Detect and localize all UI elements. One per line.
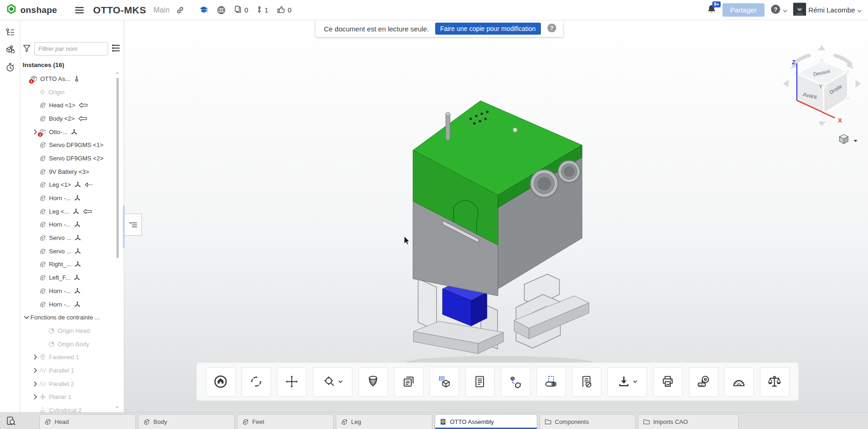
tree-item-9v-battery-3[interactable]: 9V Battery <3> [20,165,124,178]
mate-icon [74,234,81,241]
link-icon[interactable] [176,6,184,14]
assembly-display-button[interactable] [430,367,459,397]
workspace-name[interactable]: Main [153,6,170,14]
pan-button[interactable] [277,367,307,397]
tree-item-otto-as[interactable]: OTTO As... [20,72,124,86]
tab-body[interactable]: Body [138,414,235,429]
tree-item-leg[interactable]: Leg <... [20,205,124,218]
3d-viewport[interactable]: Dessus Avant Droite Y Z X [124,20,868,413]
chevron-right-icon[interactable] [31,354,39,360]
help-menu[interactable]: ? [771,4,787,16]
notifications-button[interactable]: 9+ [707,4,716,16]
tab-leg[interactable]: Leg [336,414,432,429]
chevron-right-icon[interactable] [31,394,39,400]
filter-icon[interactable] [23,44,31,54]
section-view-button[interactable] [536,367,566,397]
onshape-logo[interactable]: onshape [6,3,57,17]
measure-button[interactable] [689,367,718,397]
read-only-notice: Ce document est en lecture seule. Faire … [316,20,563,37]
tree-item-left-f[interactable]: Left_F... [20,271,124,284]
tree-item-body-2[interactable]: Body <2> [20,112,124,125]
part-icon [39,208,46,215]
print-button[interactable] [653,367,683,397]
configurations-button[interactable] [0,41,20,59]
tab-otto-assembly[interactable]: OTTO Assembly [435,414,537,429]
orbit-button[interactable] [242,367,271,397]
export-part-button[interactable] [501,367,530,397]
view-cube[interactable]: Dessus Avant Droite Y Z X [779,43,865,129]
chevron-down-icon [857,6,862,14]
filter-input[interactable] [34,42,108,55]
tree-item-fastened-1[interactable]: Fastened 1 [20,350,124,364]
view-mode-button[interactable] [838,133,858,147]
likes-counter[interactable]: 0 [277,6,291,15]
public-document-icon[interactable] [217,6,225,14]
search-tabs-button[interactable] [6,416,16,426]
learning-center-button[interactable] [199,6,208,14]
mate-icon [74,248,81,255]
view-home-button[interactable] [206,367,236,397]
mass-properties-button[interactable] [760,367,789,397]
chevron-down-icon [853,136,858,144]
tree-item-otto[interactable]: Otto-... [20,125,124,139]
tree-item-right[interactable]: Right_... [20,258,124,271]
named-views-button[interactable] [394,367,424,397]
make-copy-button[interactable]: Faire une copie pour modification [435,23,541,35]
zoom-button[interactable] [313,367,352,397]
tab-feet[interactable]: Feet [237,414,334,429]
tree-item-servo-df9gms-1[interactable]: Servo DF9GMS <1> [20,138,124,152]
protractor-button[interactable] [724,367,754,397]
scroll-down-icon[interactable]: ⌄ [115,403,119,409]
chevron-down-icon[interactable] [338,380,343,383]
tree-item-label: Origin [49,89,65,96]
download-button[interactable] [607,367,647,397]
tree-item-servo[interactable]: Servo ... [20,245,124,258]
help-icon[interactable]: ? [547,23,557,35]
copies-counter[interactable]: 0 [234,6,248,15]
tree-item-label: Origin Head [58,327,90,334]
tree-item-horn[interactable]: Horn -... [20,284,124,298]
tree-item-origin-body[interactable]: Origin Body [20,337,124,351]
part-icon [39,234,46,241]
chevron-down-icon[interactable] [23,314,30,320]
hide-mates-button[interactable] [572,367,601,397]
user-menu[interactable]: Rémi Lacombe [793,3,862,18]
arrow-left-icon [79,102,88,108]
tab-imports-cao[interactable]: Imports CAO [638,414,739,429]
tree-item-cylindrical-2[interactable]: Cylindrical 2 [20,404,124,413]
scroll-up-icon[interactable]: ⌃ [115,72,119,78]
history-button[interactable] [0,59,20,76]
list-view-icon[interactable] [111,44,121,54]
tree-item-origin-head[interactable]: Origin Head [20,324,124,337]
out-of-date-badge [38,132,42,137]
tree-item-servo[interactable]: Servo ... [20,231,124,245]
isolate-button[interactable] [358,367,388,397]
tree-item-origin[interactable]: Origin [20,86,124,99]
chevron-right-icon[interactable] [31,381,39,387]
tree-item-servo-df9gms-2[interactable]: Servo DF9GMS <2> [20,152,124,165]
chevron-down-icon[interactable] [633,380,637,383]
robot-model[interactable] [390,86,598,400]
tree-item-horn[interactable]: Horn -... [20,298,124,311]
tree-item-planar-1[interactable]: Planar 1 [20,391,124,404]
tree-item-parallel-1[interactable]: Parallel 1 [20,364,124,377]
collapse-panel-button[interactable] [125,214,142,236]
share-button[interactable]: Partager [722,3,765,17]
fastened-pin-icon [39,354,46,361]
tree-item-leg-1[interactable]: Leg <1> [20,178,124,192]
tree-item-horn[interactable]: Horn -... [20,191,124,205]
tree-scrollbar[interactable] [116,78,119,258]
tree-item-parallel-2[interactable]: Parallel 2 [20,377,124,391]
menu-icon[interactable] [75,6,84,14]
version-icon [257,6,262,15]
assembly-instance-panel: Instances (16) OTTO As...OriginHead <1>B… [20,20,124,413]
chevron-right-icon[interactable] [31,368,39,374]
bom-button[interactable] [465,367,495,397]
versions-counter[interactable]: 1 [257,6,268,15]
structure-tree-button[interactable] [0,24,20,41]
tab-head[interactable]: Head [39,414,136,429]
tree-item-head-1[interactable]: Head <1> [20,98,124,112]
tab-components[interactable]: Components [540,414,636,429]
tree-item-fonctions-de-contrainte[interactable]: Fonctions de contrainte ... [20,311,124,324]
tree-item-horn[interactable]: Horn -... [20,218,124,232]
